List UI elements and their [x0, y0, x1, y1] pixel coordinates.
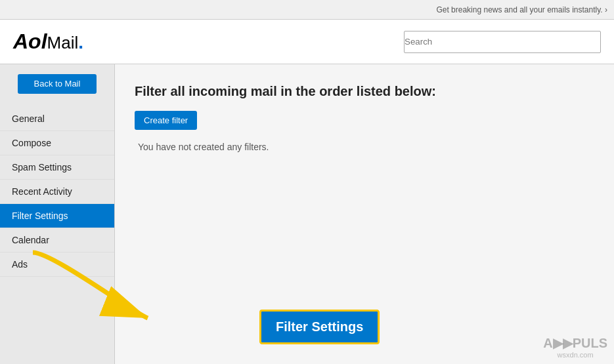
sidebar-nav: GeneralComposeSpam SettingsRecent Activi… [0, 107, 114, 277]
logo-dot: . [78, 32, 83, 53]
content-area: Filter all incoming mail in the order li… [115, 64, 614, 364]
header: Aol Mail . [0, 20, 614, 64]
sidebar-item-recent-activity[interactable]: Recent Activity [0, 180, 114, 204]
logo-aol: Aol [13, 30, 47, 54]
sidebar-item-compose[interactable]: Compose [0, 131, 114, 155]
sidebar-item-general[interactable]: General [0, 107, 114, 131]
main-layout: Back to Mail GeneralComposeSpam Settings… [0, 64, 614, 364]
search-input[interactable] [404, 31, 601, 53]
sidebar-item-spam-settings[interactable]: Spam Settings [0, 155, 114, 180]
watermark: A▶▶PULS wsxdn.com [543, 335, 607, 359]
content-title: Filter all incoming mail in the order li… [135, 84, 594, 99]
back-to-mail-button[interactable]: Back to Mail [18, 74, 97, 94]
create-filter-button[interactable]: Create filter [135, 111, 197, 130]
logo-mail: Mail [47, 33, 79, 53]
sidebar-item-filter-settings[interactable]: Filter Settings [0, 204, 114, 228]
top-bar: Get breaking news and all your emails in… [0, 0, 614, 20]
watermark-logo: A▶▶PULS [543, 335, 607, 351]
sidebar-item-calendar[interactable]: Calendar [0, 228, 114, 253]
top-bar-text: Get breaking news and all your emails in… [436, 5, 607, 14]
logo: Aol Mail . [13, 30, 83, 54]
sidebar-item-ads[interactable]: Ads [0, 253, 114, 277]
sidebar: Back to Mail GeneralComposeSpam Settings… [0, 64, 115, 364]
watermark-site: wsxdn.com [543, 351, 607, 359]
no-filters-text: You have not created any filters. [138, 142, 594, 152]
filter-settings-callout: Filter Settings [259, 310, 380, 344]
